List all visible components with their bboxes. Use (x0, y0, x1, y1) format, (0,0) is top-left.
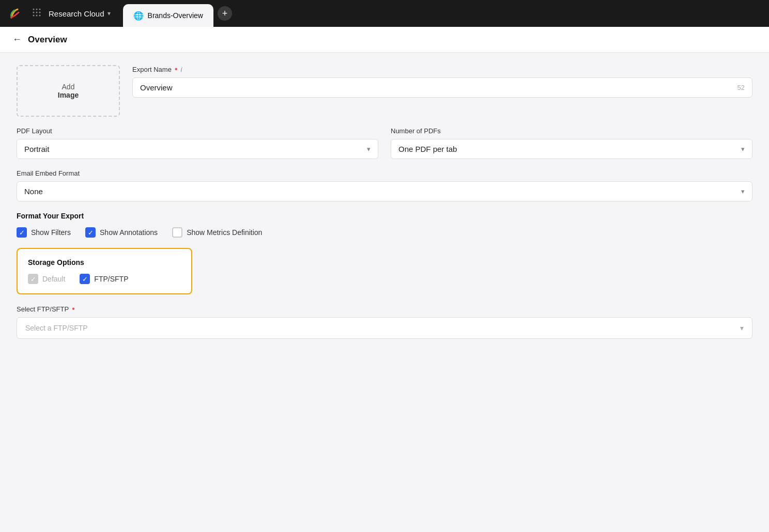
format-export-section: Format Your Export ✓ Show Filters ✓ Show… (17, 212, 752, 238)
num-pdfs-group: Number of PDFs One PDF per tab ▾ (391, 127, 752, 159)
app-name-chevron: ▾ (107, 10, 111, 17)
svg-point-8 (39, 14, 41, 16)
back-button[interactable]: ← (12, 34, 22, 45)
select-ftp-required: • (72, 305, 75, 313)
subheader: ← Overview (0, 27, 769, 53)
show-annotations-checkbox[interactable]: ✓ Show Annotations (85, 227, 158, 238)
storage-ftp-checkbox[interactable]: ✓ FTP/SFTP (80, 274, 128, 284)
export-name-input-display: Overview 52 (132, 77, 752, 98)
format-section-title: Format Your Export (17, 212, 752, 220)
page-title: Overview (28, 35, 67, 45)
show-filters-check-icon: ✓ (17, 227, 27, 238)
email-embed-select[interactable]: None ▾ (17, 181, 752, 201)
add-image-line2: Image (58, 91, 79, 99)
svg-point-3 (33, 11, 35, 13)
num-pdfs-select[interactable]: One PDF per tab ▾ (391, 139, 752, 159)
show-metrics-checkbox[interactable]: Show Metrics Definition (172, 227, 262, 238)
storage-default-icon: ✓ (28, 274, 38, 284)
required-dot: • (175, 65, 178, 73)
char-count: 52 (737, 84, 745, 91)
top-row: Add Image Export Name • i Overview 52 (17, 65, 752, 117)
select-ftp-section: Select FTP/SFTP • Select a FTP/SFTP ▾ (17, 305, 752, 339)
pdf-layout-group: PDF Layout Portrait ▾ (17, 127, 378, 159)
email-embed-chevron: ▾ (741, 187, 745, 195)
svg-point-6 (33, 14, 35, 16)
num-pdfs-label: Number of PDFs (391, 127, 752, 135)
svg-point-0 (33, 8, 35, 10)
show-filters-label: Show Filters (31, 228, 71, 237)
svg-point-1 (36, 8, 38, 10)
storage-ftp-icon: ✓ (80, 274, 90, 284)
storage-ftp-label: FTP/SFTP (94, 275, 128, 283)
show-metrics-label: Show Metrics Definition (187, 228, 262, 237)
storage-default-label: Default (42, 275, 65, 283)
topbar: Research Cloud ▾ 🌐 Brands-Overview + (0, 0, 769, 27)
tab-brands-overview[interactable]: 🌐 Brands-Overview (123, 4, 213, 27)
select-ftp-label: Select FTP/SFTP • (17, 305, 752, 313)
email-embed-label: Email Embed Format (17, 169, 752, 177)
svg-point-7 (36, 14, 38, 16)
svg-point-5 (39, 11, 41, 13)
svg-point-2 (39, 8, 41, 10)
pdf-layout-select[interactable]: Portrait ▾ (17, 139, 378, 159)
main-content: Add Image Export Name • i Overview 52 PD… (0, 53, 769, 531)
export-name-section: Export Name • i Overview 52 (132, 65, 752, 117)
grid-icon[interactable] (29, 5, 44, 23)
storage-options-row: ✓ Default ✓ FTP/SFTP (28, 274, 181, 284)
tab-globe-icon: 🌐 (133, 11, 144, 21)
add-tab-button[interactable]: + (218, 6, 232, 21)
show-filters-checkbox[interactable]: ✓ Show Filters (17, 227, 71, 238)
add-image-line1: Add (62, 83, 75, 91)
pdf-row: PDF Layout Portrait ▾ Number of PDFs One… (17, 127, 752, 159)
select-ftp-placeholder: Select a FTP/SFTP (25, 324, 88, 332)
storage-options-box: Storage Options ✓ Default ✓ FTP/SFTP (17, 248, 192, 294)
num-pdfs-chevron: ▾ (741, 145, 745, 153)
show-annotations-label: Show Annotations (100, 228, 158, 237)
checkbox-row: ✓ Show Filters ✓ Show Annotations Show M… (17, 227, 752, 238)
show-annotations-check-icon: ✓ (85, 227, 96, 238)
storage-options-title: Storage Options (28, 258, 181, 267)
select-ftp-chevron: ▾ (740, 324, 744, 332)
export-name-value: Overview (140, 83, 173, 92)
pdf-layout-label: PDF Layout (17, 127, 378, 135)
email-embed-group: Email Embed Format None ▾ (17, 169, 752, 201)
export-name-label: Export Name • i (132, 65, 752, 73)
tab-label: Brands-Overview (148, 11, 203, 20)
tab-area: 🌐 Brands-Overview + (123, 0, 232, 27)
app-name-label: Research Cloud (49, 9, 104, 18)
app-name[interactable]: Research Cloud ▾ (49, 9, 111, 18)
storage-default-checkbox[interactable]: ✓ Default (28, 274, 65, 284)
svg-point-4 (36, 11, 38, 13)
add-image-box[interactable]: Add Image (17, 65, 120, 117)
info-icon: i (180, 66, 182, 73)
select-ftp-select[interactable]: Select a FTP/SFTP ▾ (17, 317, 752, 339)
pdf-layout-chevron: ▾ (367, 145, 371, 153)
show-metrics-check-icon (172, 227, 182, 238)
app-logo (6, 4, 25, 23)
